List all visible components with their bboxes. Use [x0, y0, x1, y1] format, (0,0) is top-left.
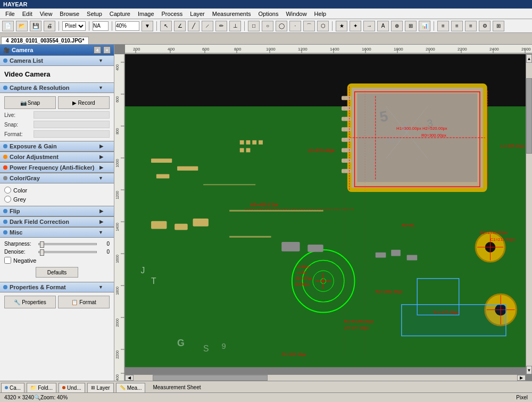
dot-tool[interactable]: · [289, 21, 301, 31]
layer-btab[interactable]: ⊞ Layer [87, 383, 114, 392]
snap-btn[interactable]: 📷 Snap [4, 96, 56, 109]
menu-browse[interactable]: Browse [56, 10, 82, 18]
exposure-label: Exposure & Gain [10, 143, 57, 149]
folder-btab[interactable]: 📁 Fold... [27, 383, 56, 392]
print-btn[interactable]: 🖨 [44, 21, 55, 31]
menu-capture[interactable]: Capture [106, 10, 134, 18]
camera-list-section[interactable]: Camera List ▼ [0, 55, 114, 66]
svg-text:1200: 1200 [298, 47, 307, 52]
undo-btab-dot [62, 386, 65, 389]
ref-tool[interactable]: ✦ [350, 21, 361, 31]
menu-window[interactable]: Window [282, 10, 310, 18]
power-freq-section[interactable]: Power Frequency (Anti-flicker) ▶ [0, 162, 114, 173]
h-scroll-left-btn[interactable]: ◀ [125, 375, 134, 381]
image-tab[interactable]: 4 2018_0101_003554_010.JPG* [1, 37, 89, 44]
svg-text:S: S [203, 344, 209, 353]
menu-edit[interactable]: Edit [19, 10, 36, 18]
cursor-tool[interactable]: ↖ [160, 21, 172, 31]
denoise-thumb[interactable] [40, 249, 44, 256]
h-scroll-track[interactable] [134, 375, 517, 381]
h-scrollbar[interactable]: ◀ ▶ [125, 374, 526, 381]
rect-tool[interactable]: □ [248, 21, 260, 31]
format-label: Format [79, 299, 96, 305]
power-freq-label: Power Frequency (Anti-flicker) [10, 164, 95, 171]
ellipse-tool[interactable]: ◯ [276, 21, 287, 31]
table-tool[interactable]: ⊞ [493, 21, 504, 31]
pcb-viewport[interactable]: 5 4 3 X1Y [125, 54, 532, 381]
format-row: Format: [4, 129, 110, 139]
v-scroll-thumb[interactable] [526, 78, 532, 154]
menu-process[interactable]: Process [159, 10, 186, 18]
dark-field-section[interactable]: Dark Field Correction ▶ [0, 216, 114, 227]
flip-section[interactable]: Flip ▶ [0, 206, 114, 216]
zoom-dropdown-btn[interactable]: ▼ [142, 21, 153, 31]
h-scroll-thumb[interactable] [153, 375, 268, 381]
svg-text:LH=177.18px: LH=177.18px [344, 325, 369, 330]
negative-checkbox[interactable] [4, 257, 11, 264]
panel-pin-btn[interactable]: 4 [94, 46, 101, 54]
format-btn[interactable]: 📋 Format [58, 296, 110, 308]
open-btn[interactable]: 📂 [16, 21, 28, 31]
menu-image[interactable]: Image [135, 10, 157, 18]
props-format-section[interactable]: Properties & Format ▼ [0, 282, 114, 292]
save-btn[interactable]: 💾 [30, 21, 41, 31]
align-tool2[interactable]: ≡ [465, 21, 477, 31]
arrow-tool[interactable]: → [363, 21, 375, 31]
v-scroll-down-btn[interactable]: ▼ [526, 366, 532, 374]
gray-radio[interactable] [4, 196, 11, 203]
exposure-section[interactable]: Exposure & Gain ▶ [0, 141, 114, 152]
settings-tool[interactable]: ⚙ [479, 21, 491, 31]
circle-tool[interactable]: ○ [262, 21, 273, 31]
v-scroll-up-btn[interactable]: ▲ [526, 54, 532, 63]
menu-measurements[interactable]: Measurements [209, 10, 254, 18]
misc-section[interactable]: Misc ▼ [0, 227, 114, 238]
color-radio[interactable] [4, 187, 11, 194]
line-tool[interactable]: ╱ [188, 21, 200, 31]
denoise-track[interactable] [38, 251, 97, 253]
color-adj-section[interactable]: Color Adjustment ▶ [0, 152, 114, 162]
color-gray-section[interactable]: Color/Gray ▼ [0, 173, 114, 183]
menu-view[interactable]: View [37, 10, 56, 18]
polyline-tool[interactable]: ⬡ [317, 21, 329, 31]
capture-arrow: ▼ [98, 85, 103, 90]
v-scrollbar[interactable]: ▲ ▼ [526, 54, 532, 374]
star-tool[interactable]: ★ [336, 21, 347, 31]
sharpness-thumb[interactable] [40, 241, 44, 248]
sharpness-track[interactable] [38, 243, 97, 245]
calibrate-tool[interactable]: ⊕ [391, 21, 403, 31]
mea-btab[interactable]: 📏 Mea... [116, 383, 146, 392]
align-right-tool[interactable]: ≡ [451, 21, 463, 31]
menu-file[interactable]: File [2, 10, 18, 18]
svg-text:G: G [177, 338, 185, 348]
align-left-tool[interactable]: ≡ [437, 21, 449, 31]
menu-setup[interactable]: Setup [84, 10, 105, 18]
panel-close-btn[interactable]: × [103, 46, 111, 54]
grid-tool[interactable]: ⊞ [405, 21, 417, 31]
arc-tool[interactable]: ⌒ [303, 21, 315, 31]
defaults-btn[interactable]: Defaults [36, 267, 78, 278]
menu-help[interactable]: Help [311, 10, 330, 18]
new-file-btn[interactable]: 📄 [2, 21, 14, 31]
tool-select[interactable]: Pixel [62, 21, 86, 31]
svg-rect-89 [391, 250, 401, 256]
h-scroll-right-btn[interactable]: ▶ [517, 375, 526, 381]
pencil-tool[interactable]: ✏ [215, 21, 227, 31]
camera-btab[interactable]: Ca... [1, 383, 24, 392]
angle-tool[interactable]: ∠ [174, 21, 186, 31]
chart-tool[interactable]: 📊 [419, 21, 430, 31]
multiline-tool[interactable]: ⟋ [202, 21, 213, 31]
misc-content: Sharpness: 0 Denoise: 0 Negative [0, 238, 114, 282]
menu-options[interactable]: Options [255, 10, 282, 18]
na-input[interactable] [93, 21, 109, 31]
perp-tool[interactable]: ⊥ [229, 21, 241, 31]
svg-rect-110 [259, 140, 263, 145]
record-btn[interactable]: ▶ Record [58, 96, 110, 109]
zoom-input[interactable] [115, 21, 139, 31]
properties-btn[interactable]: 🔧 Properties [4, 296, 56, 308]
v-scroll-track[interactable] [526, 63, 532, 366]
menu-layer[interactable]: Layer [187, 10, 208, 18]
layer-btab-icon: ⊞ [91, 385, 95, 390]
text-tool[interactable]: A [377, 21, 389, 31]
capture-section[interactable]: Capture & Resolution ▼ [0, 82, 114, 93]
undo-btab[interactable]: Und... [59, 383, 85, 392]
